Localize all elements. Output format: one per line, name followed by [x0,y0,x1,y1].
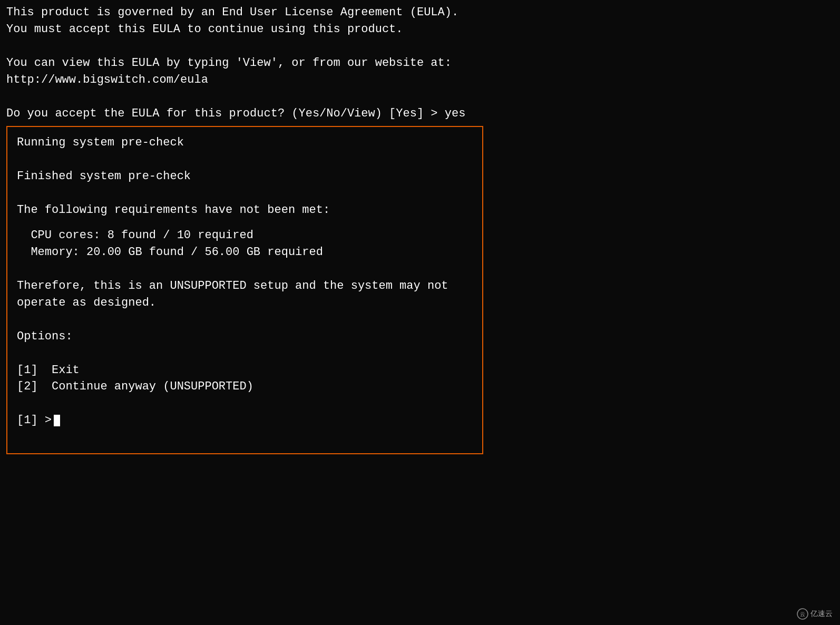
watermark-text: 亿速云 [810,609,833,619]
cursor-icon [54,415,60,426]
svg-text:云: 云 [800,611,805,617]
watermark: 云 亿速云 [797,608,833,620]
system-check-box: Running system pre-check Finished system… [6,126,483,454]
warning-line2: operate as designed. [17,295,473,311]
requirements-header: The following requirements have not been… [17,202,473,219]
eula-line1: This product is governed by an End User … [6,4,834,21]
eula-url: http://www.bigswitch.com/eula [6,72,834,89]
running-precheck: Running system pre-check [17,134,473,151]
terminal-window: This product is governed by an End User … [0,0,840,625]
warning-line1: Therefore, this is an UNSUPPORTED setup … [17,278,473,295]
memory-requirement: Memory: 20.00 GB found / 56.00 GB requir… [17,244,473,261]
cpu-requirement: CPU cores: 8 found / 10 required [17,227,473,244]
finished-precheck: Finished system pre-check [17,168,473,185]
eula-view-line: You can view this EULA by typing 'View',… [6,55,834,72]
input-prompt[interactable]: [1] > [17,412,473,429]
option-exit[interactable]: [1] Exit [17,362,473,379]
options-label: Options: [17,328,473,345]
eula-accept-prompt: Do you accept the EULA for this product?… [6,105,834,122]
watermark-icon: 云 [797,608,808,620]
eula-line2: You must accept this EULA to continue us… [6,21,834,38]
option-continue[interactable]: [2] Continue anyway (UNSUPPORTED) [17,378,473,395]
prompt-text: [1] > [17,412,52,429]
